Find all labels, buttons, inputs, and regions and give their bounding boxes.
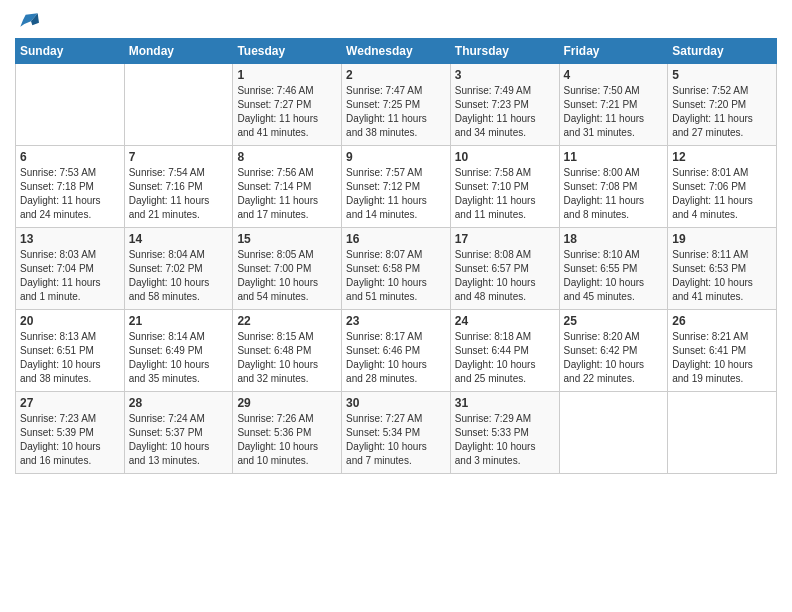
day-header-row: SundayMondayTuesdayWednesdayThursdayFrid…	[16, 39, 777, 64]
logo	[15, 10, 41, 30]
calendar-cell: 6Sunrise: 7:53 AM Sunset: 7:18 PM Daylig…	[16, 146, 125, 228]
day-info: Sunrise: 8:00 AM Sunset: 7:08 PM Dayligh…	[564, 166, 664, 222]
day-info: Sunrise: 7:24 AM Sunset: 5:37 PM Dayligh…	[129, 412, 229, 468]
calendar-cell: 22Sunrise: 8:15 AM Sunset: 6:48 PM Dayli…	[233, 310, 342, 392]
day-number: 12	[672, 150, 772, 164]
day-number: 6	[20, 150, 120, 164]
day-info: Sunrise: 7:50 AM Sunset: 7:21 PM Dayligh…	[564, 84, 664, 140]
day-number: 16	[346, 232, 446, 246]
day-number: 13	[20, 232, 120, 246]
day-header-thursday: Thursday	[450, 39, 559, 64]
calendar-cell: 3Sunrise: 7:49 AM Sunset: 7:23 PM Daylig…	[450, 64, 559, 146]
day-info: Sunrise: 7:23 AM Sunset: 5:39 PM Dayligh…	[20, 412, 120, 468]
day-number: 14	[129, 232, 229, 246]
week-row-1: 1Sunrise: 7:46 AM Sunset: 7:27 PM Daylig…	[16, 64, 777, 146]
day-info: Sunrise: 8:15 AM Sunset: 6:48 PM Dayligh…	[237, 330, 337, 386]
calendar-cell	[559, 392, 668, 474]
day-info: Sunrise: 7:52 AM Sunset: 7:20 PM Dayligh…	[672, 84, 772, 140]
day-info: Sunrise: 7:46 AM Sunset: 7:27 PM Dayligh…	[237, 84, 337, 140]
calendar-cell: 25Sunrise: 8:20 AM Sunset: 6:42 PM Dayli…	[559, 310, 668, 392]
calendar-cell	[668, 392, 777, 474]
day-number: 21	[129, 314, 229, 328]
week-row-5: 27Sunrise: 7:23 AM Sunset: 5:39 PM Dayli…	[16, 392, 777, 474]
day-info: Sunrise: 8:13 AM Sunset: 6:51 PM Dayligh…	[20, 330, 120, 386]
day-info: Sunrise: 7:56 AM Sunset: 7:14 PM Dayligh…	[237, 166, 337, 222]
day-info: Sunrise: 8:07 AM Sunset: 6:58 PM Dayligh…	[346, 248, 446, 304]
day-number: 20	[20, 314, 120, 328]
calendar-cell: 15Sunrise: 8:05 AM Sunset: 7:00 PM Dayli…	[233, 228, 342, 310]
calendar-cell: 24Sunrise: 8:18 AM Sunset: 6:44 PM Dayli…	[450, 310, 559, 392]
day-number: 27	[20, 396, 120, 410]
day-number: 29	[237, 396, 337, 410]
day-number: 18	[564, 232, 664, 246]
calendar-cell: 4Sunrise: 7:50 AM Sunset: 7:21 PM Daylig…	[559, 64, 668, 146]
calendar-cell: 16Sunrise: 8:07 AM Sunset: 6:58 PM Dayli…	[342, 228, 451, 310]
day-number: 4	[564, 68, 664, 82]
day-info: Sunrise: 8:18 AM Sunset: 6:44 PM Dayligh…	[455, 330, 555, 386]
week-row-2: 6Sunrise: 7:53 AM Sunset: 7:18 PM Daylig…	[16, 146, 777, 228]
day-number: 30	[346, 396, 446, 410]
calendar-cell: 30Sunrise: 7:27 AM Sunset: 5:34 PM Dayli…	[342, 392, 451, 474]
calendar-cell: 10Sunrise: 7:58 AM Sunset: 7:10 PM Dayli…	[450, 146, 559, 228]
day-info: Sunrise: 8:11 AM Sunset: 6:53 PM Dayligh…	[672, 248, 772, 304]
day-number: 2	[346, 68, 446, 82]
day-header-tuesday: Tuesday	[233, 39, 342, 64]
calendar-cell: 27Sunrise: 7:23 AM Sunset: 5:39 PM Dayli…	[16, 392, 125, 474]
day-info: Sunrise: 8:04 AM Sunset: 7:02 PM Dayligh…	[129, 248, 229, 304]
calendar-cell: 18Sunrise: 8:10 AM Sunset: 6:55 PM Dayli…	[559, 228, 668, 310]
day-number: 5	[672, 68, 772, 82]
day-info: Sunrise: 7:27 AM Sunset: 5:34 PM Dayligh…	[346, 412, 446, 468]
day-info: Sunrise: 7:49 AM Sunset: 7:23 PM Dayligh…	[455, 84, 555, 140]
day-number: 3	[455, 68, 555, 82]
day-info: Sunrise: 7:58 AM Sunset: 7:10 PM Dayligh…	[455, 166, 555, 222]
day-info: Sunrise: 8:01 AM Sunset: 7:06 PM Dayligh…	[672, 166, 772, 222]
day-number: 7	[129, 150, 229, 164]
calendar-table: SundayMondayTuesdayWednesdayThursdayFrid…	[15, 38, 777, 474]
day-info: Sunrise: 7:26 AM Sunset: 5:36 PM Dayligh…	[237, 412, 337, 468]
calendar-cell: 23Sunrise: 8:17 AM Sunset: 6:46 PM Dayli…	[342, 310, 451, 392]
day-number: 28	[129, 396, 229, 410]
calendar-cell: 8Sunrise: 7:56 AM Sunset: 7:14 PM Daylig…	[233, 146, 342, 228]
day-number: 22	[237, 314, 337, 328]
day-header-monday: Monday	[124, 39, 233, 64]
calendar-cell: 5Sunrise: 7:52 AM Sunset: 7:20 PM Daylig…	[668, 64, 777, 146]
day-info: Sunrise: 7:53 AM Sunset: 7:18 PM Dayligh…	[20, 166, 120, 222]
calendar-cell: 17Sunrise: 8:08 AM Sunset: 6:57 PM Dayli…	[450, 228, 559, 310]
day-number: 24	[455, 314, 555, 328]
day-info: Sunrise: 8:20 AM Sunset: 6:42 PM Dayligh…	[564, 330, 664, 386]
calendar-cell: 1Sunrise: 7:46 AM Sunset: 7:27 PM Daylig…	[233, 64, 342, 146]
day-number: 8	[237, 150, 337, 164]
day-number: 25	[564, 314, 664, 328]
day-number: 23	[346, 314, 446, 328]
logo-bird-icon	[19, 10, 39, 30]
day-number: 19	[672, 232, 772, 246]
calendar-cell: 7Sunrise: 7:54 AM Sunset: 7:16 PM Daylig…	[124, 146, 233, 228]
calendar-cell: 20Sunrise: 8:13 AM Sunset: 6:51 PM Dayli…	[16, 310, 125, 392]
day-header-wednesday: Wednesday	[342, 39, 451, 64]
day-number: 1	[237, 68, 337, 82]
day-info: Sunrise: 7:54 AM Sunset: 7:16 PM Dayligh…	[129, 166, 229, 222]
header	[15, 10, 777, 30]
calendar-cell: 19Sunrise: 8:11 AM Sunset: 6:53 PM Dayli…	[668, 228, 777, 310]
calendar-cell: 28Sunrise: 7:24 AM Sunset: 5:37 PM Dayli…	[124, 392, 233, 474]
calendar-cell: 31Sunrise: 7:29 AM Sunset: 5:33 PM Dayli…	[450, 392, 559, 474]
calendar-cell: 9Sunrise: 7:57 AM Sunset: 7:12 PM Daylig…	[342, 146, 451, 228]
calendar-cell: 29Sunrise: 7:26 AM Sunset: 5:36 PM Dayli…	[233, 392, 342, 474]
day-info: Sunrise: 7:47 AM Sunset: 7:25 PM Dayligh…	[346, 84, 446, 140]
calendar-cell: 13Sunrise: 8:03 AM Sunset: 7:04 PM Dayli…	[16, 228, 125, 310]
day-header-friday: Friday	[559, 39, 668, 64]
calendar-cell: 2Sunrise: 7:47 AM Sunset: 7:25 PM Daylig…	[342, 64, 451, 146]
day-number: 26	[672, 314, 772, 328]
calendar-cell: 11Sunrise: 8:00 AM Sunset: 7:08 PM Dayli…	[559, 146, 668, 228]
day-info: Sunrise: 8:08 AM Sunset: 6:57 PM Dayligh…	[455, 248, 555, 304]
calendar-cell: 21Sunrise: 8:14 AM Sunset: 6:49 PM Dayli…	[124, 310, 233, 392]
week-row-4: 20Sunrise: 8:13 AM Sunset: 6:51 PM Dayli…	[16, 310, 777, 392]
day-info: Sunrise: 7:29 AM Sunset: 5:33 PM Dayligh…	[455, 412, 555, 468]
calendar-cell: 14Sunrise: 8:04 AM Sunset: 7:02 PM Dayli…	[124, 228, 233, 310]
day-info: Sunrise: 8:21 AM Sunset: 6:41 PM Dayligh…	[672, 330, 772, 386]
day-info: Sunrise: 8:03 AM Sunset: 7:04 PM Dayligh…	[20, 248, 120, 304]
day-number: 9	[346, 150, 446, 164]
page: SundayMondayTuesdayWednesdayThursdayFrid…	[0, 0, 792, 612]
day-number: 10	[455, 150, 555, 164]
day-header-sunday: Sunday	[16, 39, 125, 64]
